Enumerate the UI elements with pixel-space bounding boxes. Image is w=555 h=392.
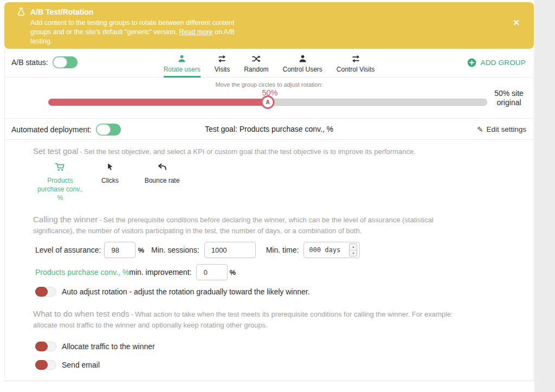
section-title: What to do when test ends <box>33 309 130 318</box>
plus-circle-icon <box>467 58 476 67</box>
allocate-traffic-label: Allocate traffic to the winner <box>62 342 155 351</box>
time-label: Min. time: <box>266 246 299 254</box>
set-test-goal-section-heading: Set test goal-Set the test objective, an… <box>33 146 513 157</box>
allocate-traffic-toggle[interactable] <box>35 342 56 351</box>
tab-random[interactable]: Random <box>244 49 268 78</box>
min-time-value: 000 days <box>309 246 347 254</box>
dash: - <box>131 310 133 318</box>
rotation-slider-section: Move the group circles to adjust rotatio… <box>5 78 533 119</box>
toggle-knob <box>35 360 48 370</box>
stepper-control: ▲ ▼ <box>349 243 357 256</box>
cursor-icon <box>105 162 115 172</box>
edit-settings-button[interactable]: ✎ Edit settings <box>477 119 526 140</box>
tab-label: Control Users <box>283 66 322 73</box>
site-original-label: 50% site original <box>490 89 528 107</box>
winner-conditions-row: Level of assurance: % Min. sessions: Min… <box>35 242 360 258</box>
pencil-icon: ✎ <box>477 125 483 134</box>
kpi-label: Bounce rate <box>145 176 180 185</box>
kpi-label: Clicks <box>101 176 119 185</box>
improvement-kpi-name: Products purchase conv., % <box>35 268 129 277</box>
banner-description: Add content to the testing groups to rot… <box>30 18 248 46</box>
assurance-label: Level of assurance: <box>35 246 101 254</box>
tab-control-users[interactable]: Control Users <box>283 49 322 78</box>
section-description: Set the test objective, and select a KPI… <box>84 147 416 156</box>
tab-row: A/B status: Rotate users <box>5 49 533 78</box>
min-improvement-row: Products purchase conv., % min. improvem… <box>35 264 236 280</box>
tab-label: Control Visits <box>337 66 375 73</box>
close-icon[interactable]: ✕ <box>513 18 520 27</box>
read-more-link[interactable]: Read more <box>179 28 213 36</box>
kpi-options: Products purchase conv., % Clicks <box>35 162 189 202</box>
info-banner: A/B Test/Rotation Add content to the tes… <box>4 2 534 49</box>
edit-settings-label: Edit settings <box>486 125 526 133</box>
send-email-label: Send email <box>62 361 100 369</box>
send-email-toggle[interactable] <box>35 360 56 370</box>
kpi-clicks[interactable]: Clicks <box>91 162 130 202</box>
add-group-button[interactable]: ADD GROUP <box>467 49 526 76</box>
stepper-down-icon[interactable]: ▼ <box>350 250 357 256</box>
kpi-bounce-rate[interactable]: Bounce rate <box>135 162 189 202</box>
tab-label: Random <box>244 66 268 73</box>
rotation-slider-track[interactable]: A <box>48 99 487 106</box>
toggle-knob <box>35 287 48 297</box>
slider-fill <box>48 99 268 106</box>
tab-label: Rotate users <box>164 66 201 73</box>
page-background <box>534 0 555 392</box>
sessions-label: Min. sessions: <box>151 246 199 254</box>
user-icon <box>298 54 307 64</box>
send-email-row: Send email <box>35 360 100 370</box>
tab-label: Visits <box>215 66 230 73</box>
dash: - <box>99 216 101 224</box>
stepper-up-icon[interactable]: ▲ <box>350 244 357 250</box>
auto-adjust-row: Auto adjust rotation - adjust the rotati… <box>35 287 310 297</box>
kpi-label: Products purchase conv., % <box>35 176 85 202</box>
sessions-input[interactable] <box>204 242 256 258</box>
improvement-unit: % <box>229 268 236 277</box>
assurance-unit: % <box>138 246 144 254</box>
cart-icon <box>55 162 66 172</box>
toggle-knob <box>35 342 48 351</box>
section-title: Set test goal <box>33 146 78 156</box>
banner-title: A/B Test/Rotation <box>30 8 93 16</box>
tab-rotate-users[interactable]: Rotate users <box>164 49 201 78</box>
test-goal-summary: Test goal: Products purchase conv., % <box>5 119 533 140</box>
assurance-input[interactable] <box>104 242 135 258</box>
swap-arrows-icon <box>351 54 361 64</box>
add-group-label: ADD GROUP <box>480 59 526 67</box>
calling-winner-section-heading: Calling the winner-Set the prerequisite … <box>33 215 464 236</box>
auto-adjust-toggle[interactable] <box>35 287 56 297</box>
slider-caption: Move the group circles to adjust rotatio… <box>5 78 533 88</box>
slider-handle-group-a[interactable]: A <box>261 95 275 109</box>
tab-control-visits[interactable]: Control Visits <box>337 49 375 78</box>
test-ends-section-heading: What to do when test ends-What action to… <box>33 309 473 331</box>
section-title: Calling the winner <box>33 215 98 224</box>
tab-visits[interactable]: Visits <box>215 49 230 78</box>
shuffle-icon <box>251 54 261 64</box>
min-time-spinner[interactable]: 000 days ▲ ▼ <box>304 242 360 258</box>
swap-arrows-icon <box>217 54 227 64</box>
ab-test-panel: A/B Test/Rotation Add content to the tes… <box>0 0 555 392</box>
settings-body: Set test goal-Set the test objective, an… <box>5 140 533 381</box>
deployment-row: Automated deployment: Test goal: Product… <box>5 119 533 140</box>
improvement-label: min. improvement: <box>129 268 191 277</box>
flask-icon <box>16 7 26 17</box>
auto-adjust-label: Auto adjust rotation - adjust the rotati… <box>62 287 310 296</box>
allocate-traffic-row: Allocate traffic to the winner <box>35 342 155 351</box>
dash: - <box>80 147 82 156</box>
undo-arrow-icon <box>157 162 167 172</box>
settings-card: A/B status: Rotate users <box>4 49 534 381</box>
kpi-products-purchase[interactable]: Products purchase conv., % <box>35 162 85 202</box>
user-icon <box>177 54 186 64</box>
rotation-mode-tabs: Rotate users Visits <box>5 49 533 78</box>
improvement-input[interactable] <box>196 264 228 280</box>
